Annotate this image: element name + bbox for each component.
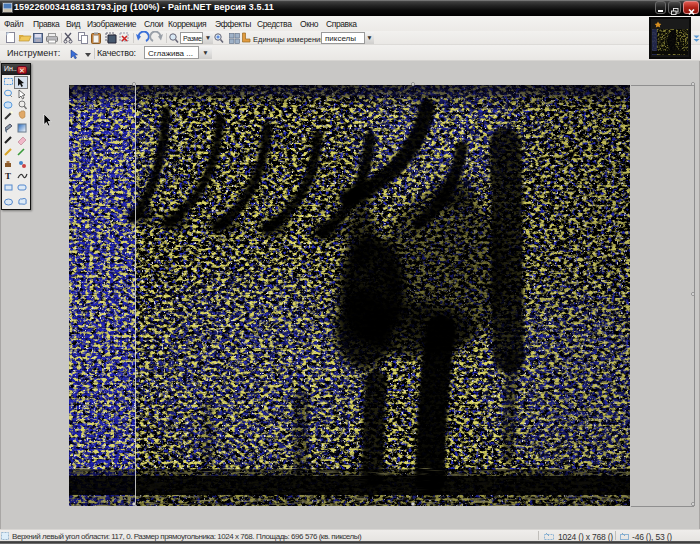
svg-text:T: T (5, 171, 11, 181)
